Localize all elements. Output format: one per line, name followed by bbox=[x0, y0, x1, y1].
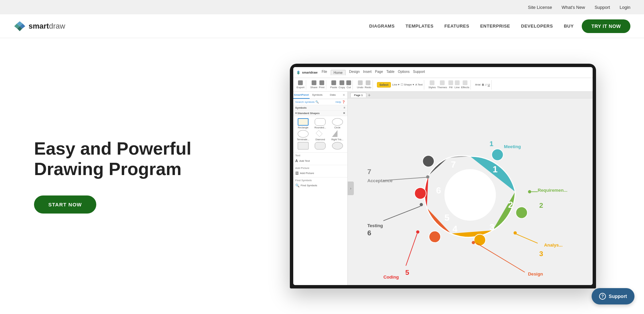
search-symbols-link[interactable]: Search symbols 🔍 bbox=[295, 100, 319, 104]
toolbar-redo[interactable]: Redo bbox=[365, 80, 371, 89]
support-button[interactable]: ? Support bbox=[592, 288, 634, 304]
menu-file[interactable]: File bbox=[321, 70, 327, 75]
shape-scroll3[interactable] bbox=[330, 142, 345, 150]
menu-support[interactable]: Support bbox=[413, 70, 425, 75]
canvas-page-tab[interactable]: Page 1 bbox=[350, 93, 366, 97]
toolbar-font-name[interactable]: Arial bbox=[475, 83, 480, 86]
toolbar-share[interactable]: Share bbox=[310, 80, 317, 89]
symbols-menu-icon[interactable]: ≡ bbox=[344, 106, 345, 109]
svg-line-40 bbox=[383, 206, 420, 221]
toolbar-font-bold[interactable]: B bbox=[482, 83, 484, 87]
toolbar-undo[interactable]: Undo bbox=[357, 80, 363, 89]
shape-scroll2[interactable] bbox=[312, 142, 328, 150]
toolbar-themes[interactable]: Themes bbox=[437, 80, 447, 89]
toolbar-paste[interactable]: Paste bbox=[330, 80, 337, 89]
menu-page[interactable]: Page bbox=[375, 70, 383, 75]
toolbar-print[interactable]: Print bbox=[319, 80, 324, 89]
shape-rectangle[interactable]: Rectangle bbox=[295, 118, 311, 129]
text-section: Text A Add Text bbox=[293, 152, 347, 165]
shape-rounded[interactable]: Rounded... bbox=[312, 118, 328, 129]
menu-insert[interactable]: Insert bbox=[363, 70, 371, 75]
menu-home[interactable]: Home bbox=[331, 70, 346, 75]
shape-diamond[interactable]: Diamond bbox=[312, 130, 328, 141]
sidebar-search: Search symbols 🔍 Help ❓ bbox=[293, 99, 347, 105]
svg-text:Testing: Testing bbox=[367, 223, 383, 228]
svg-point-12 bbox=[444, 169, 496, 221]
puzzle-diagram-svg: 1 2 3 4 5 6 7 Meeting bbox=[348, 98, 593, 285]
toolbar-group-select: Select Line ▾ ☐ Shape ▾ A Text bbox=[376, 80, 424, 90]
svg-point-41 bbox=[420, 203, 423, 206]
nav-features[interactable]: FEATURES bbox=[444, 23, 469, 29]
svg-text:5: 5 bbox=[405, 268, 409, 276]
nav-templates[interactable]: TEMPLATES bbox=[406, 23, 433, 29]
site-license-link[interactable]: Site License bbox=[528, 5, 552, 10]
nav-diagrams[interactable]: DIAGRAMS bbox=[369, 23, 395, 29]
toolbar-line[interactable]: Line bbox=[455, 80, 460, 89]
add-page-btn[interactable]: + bbox=[368, 92, 370, 98]
toolbar-text-label[interactable]: A Text bbox=[415, 83, 423, 86]
standard-shapes-close[interactable]: ✕ bbox=[343, 112, 345, 115]
app-logo-text: smartdraw bbox=[302, 71, 318, 74]
svg-point-6 bbox=[492, 149, 503, 160]
toolbar-cut[interactable]: Cut bbox=[346, 80, 351, 89]
add-picture-item[interactable]: 🖼 Add Picture bbox=[295, 171, 345, 176]
nav-buy[interactable]: BUY bbox=[564, 23, 574, 29]
toolbar-font-underline[interactable]: U bbox=[488, 83, 490, 87]
menu-table[interactable]: Table bbox=[386, 70, 395, 75]
hero-title: Easy and Powerful Drawing Program bbox=[34, 139, 269, 179]
menu-options[interactable]: Options bbox=[398, 70, 410, 75]
support-link-top[interactable]: Support bbox=[595, 5, 610, 10]
shape-triangle[interactable]: Right Tris... bbox=[330, 130, 345, 141]
toolbar-shape-label[interactable]: ☐ Shape ▾ bbox=[401, 83, 414, 86]
app-toolbar: Export Share Print bbox=[293, 78, 593, 92]
svg-text:6: 6 bbox=[436, 185, 441, 195]
svg-point-22 bbox=[494, 156, 497, 159]
shape-circle[interactable]: Circle bbox=[330, 118, 345, 129]
hero-text: Easy and Powerful Drawing Program START … bbox=[0, 118, 290, 234]
toolbar-group-share: Share Print bbox=[309, 80, 326, 90]
symbols-section-header: Symbols ≡ bbox=[293, 105, 347, 111]
login-link[interactable]: Login bbox=[620, 5, 630, 10]
sidebar-tab-smartpanel[interactable]: SmartPanel bbox=[293, 92, 310, 99]
toolbar-font-italic[interactable]: I bbox=[485, 83, 486, 87]
nav-links: DIAGRAMS TEMPLATES FEATURES ENTERPRISE D… bbox=[369, 23, 574, 29]
top-bar: Site License What's New Support Login bbox=[0, 0, 644, 14]
shape-terminator[interactable]: Terminate... bbox=[295, 130, 311, 141]
logo[interactable]: smartdraw bbox=[14, 20, 65, 32]
toolbar-export[interactable]: Export bbox=[297, 80, 304, 89]
laptop-screen: smartdraw File Home Design Insert Page T… bbox=[293, 67, 593, 285]
svg-point-10 bbox=[414, 188, 426, 199]
svg-point-8 bbox=[474, 234, 485, 246]
nav-enterprise[interactable]: ENTERPRISE bbox=[480, 23, 510, 29]
menu-design[interactable]: Design bbox=[349, 70, 360, 75]
toolbar-styles[interactable]: Styles bbox=[428, 80, 436, 89]
toolbar-group-styles: Styles Themes Fill Line bbox=[427, 80, 471, 90]
sidebar-tab-symbols[interactable]: Symbols bbox=[310, 92, 325, 99]
symbols-label: Symbols bbox=[295, 106, 307, 109]
toolbar-line-label[interactable]: Line ▾ bbox=[392, 83, 399, 86]
help-link[interactable]: Help ❓ bbox=[335, 100, 345, 104]
sidebar-close-btn[interactable]: ✕ bbox=[341, 92, 347, 99]
app-sidebar: SmartPanel Symbols Data ✕ Search symbols… bbox=[293, 92, 348, 285]
picture-section: Add Picture 🖼 Add Picture bbox=[293, 165, 347, 177]
whats-new-link[interactable]: What's New bbox=[562, 5, 585, 10]
svg-text:2: 2 bbox=[539, 201, 543, 209]
nav-developers[interactable]: DEVELOPERS bbox=[521, 23, 553, 29]
add-text-item[interactable]: A Add Text bbox=[295, 158, 345, 163]
svg-text:7: 7 bbox=[367, 168, 371, 175]
toolbar-effects[interactable]: Effects bbox=[461, 80, 469, 89]
text-section-label: Text bbox=[295, 154, 345, 157]
sidebar-tabs: SmartPanel Symbols Data ✕ bbox=[293, 92, 347, 99]
start-now-button[interactable]: START NOW bbox=[34, 195, 96, 214]
sidebar-tab-data[interactable]: Data bbox=[325, 92, 340, 99]
try-it-now-button[interactable]: TRY IT NOW bbox=[582, 19, 630, 33]
shapes-grid: Rectangle Rounded... Circle bbox=[293, 116, 347, 152]
app-menu-items: File Home Design Insert Page Table Optio… bbox=[321, 70, 425, 75]
svg-text:Design: Design bbox=[528, 271, 543, 277]
toolbar-copy[interactable]: Copy bbox=[338, 80, 345, 89]
toolbar-select-btn[interactable]: Select bbox=[377, 82, 391, 88]
shape-scroll1[interactable] bbox=[295, 142, 311, 150]
toolbar-fill[interactable]: Fill bbox=[448, 80, 453, 89]
svg-text:Requiremen...: Requiremen... bbox=[538, 188, 567, 193]
find-symbols-item[interactable]: 🔍 Find Symbols bbox=[295, 183, 345, 188]
